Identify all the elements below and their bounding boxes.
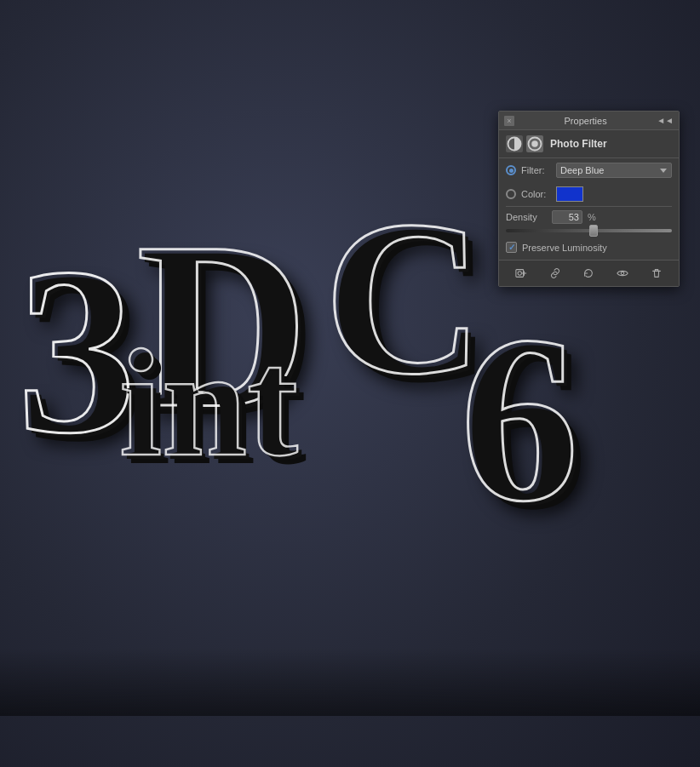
slider-row [499, 227, 679, 238]
canvas-area: 3 D C 6 int × Properties ◄◄ [0, 0, 700, 767]
color-label: Color: [521, 189, 551, 199]
density-label: Density [506, 212, 547, 222]
filter-radio-button[interactable] [506, 165, 516, 175]
visibility-button[interactable] [614, 265, 631, 282]
preserve-luminosity-label: Preserve Luminosity [522, 243, 607, 253]
properties-header: Photo Filter [499, 130, 679, 158]
preserve-luminosity-row: Preserve Luminosity [499, 238, 679, 260]
filter-select[interactable]: Warming Filter (85)Warming Filter (LBA)W… [556, 163, 672, 178]
color-radio-button[interactable] [506, 189, 516, 199]
svg-point-2 [531, 140, 538, 147]
filter-row: Filter: Warming Filter (85)Warming Filte… [499, 158, 679, 182]
photo-filter-title: Photo Filter [550, 138, 672, 150]
art-mid-chars: int [119, 315, 298, 491]
panel-close-button[interactable]: × [504, 116, 514, 126]
svg-point-5 [622, 272, 625, 275]
panel-collapse-button[interactable]: ◄◄ [657, 116, 674, 125]
ground-shadow [0, 648, 700, 716]
density-unit: % [588, 212, 596, 222]
mask-icon[interactable] [526, 135, 543, 152]
panel-title-bar: × Properties ◄◄ [499, 112, 679, 130]
properties-panel: × Properties ◄◄ [498, 111, 680, 287]
density-row: Density 53 % [499, 207, 679, 227]
header-icons [506, 135, 543, 152]
color-row: Color: [499, 182, 679, 206]
link-button[interactable] [547, 265, 564, 282]
color-swatch[interactable] [556, 186, 583, 202]
density-slider-thumb[interactable] [589, 225, 598, 237]
panel-toolbar [499, 260, 679, 286]
art-char-1: 3 [17, 213, 136, 488]
svg-point-4 [518, 272, 521, 275]
preserve-luminosity-checkbox[interactable] [506, 242, 517, 253]
density-input[interactable]: 53 [552, 210, 582, 224]
filter-label: Filter: [521, 165, 551, 175]
add-layer-mask-button[interactable] [513, 265, 530, 282]
density-slider-track[interactable] [506, 229, 672, 232]
adjustment-layer-icon[interactable] [506, 135, 523, 152]
panel-title: Properties [514, 116, 657, 126]
delete-button[interactable] [648, 265, 665, 282]
reset-button[interactable] [580, 265, 597, 282]
art-char-4: 6 [460, 281, 579, 556]
